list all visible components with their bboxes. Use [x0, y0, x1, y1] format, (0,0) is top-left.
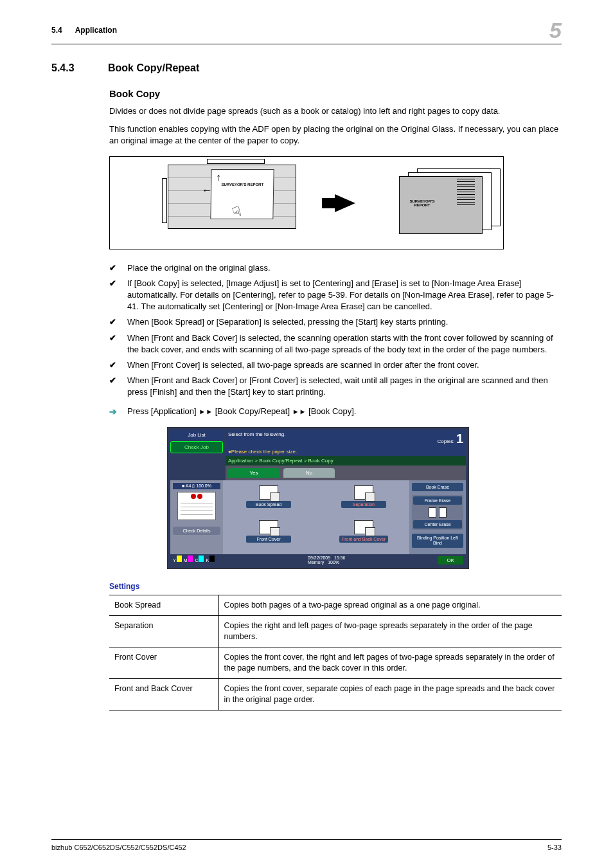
toner-levels: Y M C K — [173, 556, 215, 565]
setting-desc: Copies the front cover, the right and le… — [218, 647, 562, 679]
procedure-step: Press [Application] ►► [Book Copy/Repeat… — [109, 406, 562, 417]
table-row: Separation Copies the right and left pag… — [109, 616, 562, 647]
setting-name: Book Spread — [109, 595, 218, 616]
tab-no[interactable]: No — [283, 468, 335, 478]
toner-m-label: M — [184, 558, 188, 565]
arrow-up-icon: ↑ — [216, 172, 221, 183]
book-spread-icon — [259, 485, 278, 500]
book-erase-button[interactable]: Book Erase — [412, 483, 463, 491]
scanner-illustration: SURVEYOR'S REPORT ↑ ← ☟ — [168, 165, 309, 242]
footer-model: bizhub C652/C652DS/C552/C552DS/C452 — [51, 844, 186, 851]
note-item: When [Book Spread] or [Separation] is se… — [109, 316, 562, 328]
option-book-spread[interactable]: Book Spread — [226, 485, 312, 515]
front-cover-icon — [259, 520, 278, 534]
option-label: Book Spread — [246, 501, 291, 508]
instruction-text: Select from the following. — [228, 431, 285, 446]
toner-y-label: Y — [173, 558, 176, 565]
toner-k-label: K — [206, 558, 209, 565]
arrow-left-icon: ← — [202, 185, 212, 196]
option-label: Separation — [341, 501, 386, 508]
section-number: 5.4.3 — [51, 62, 90, 74]
frame-erase-button[interactable]: Frame Erase — [413, 496, 462, 505]
triangle-right-icon: ►► — [199, 408, 213, 415]
section-title: Book Copy/Repeat — [108, 62, 199, 74]
device-screenshot: Job List Check Job Select from the follo… — [167, 427, 469, 570]
header-left: 5.4 Application — [51, 26, 117, 35]
setting-desc: Copies the right and left pages of two-p… — [218, 616, 562, 647]
job-list-tab[interactable]: Job List — [170, 430, 223, 440]
note-item: If [Book Copy] is selected, [Image Adjus… — [109, 278, 562, 313]
setting-name: Front and Back Cover — [109, 678, 218, 710]
note-item: When [Front and Back Cover] or [Front Co… — [109, 375, 562, 398]
page-header: 5.4 Application 5 — [51, 26, 562, 44]
option-separation[interactable]: Separation — [321, 485, 407, 515]
header-section-num: 5.4 — [51, 26, 62, 35]
step-text-1: Press [Application] — [127, 406, 199, 416]
output-label: SURVEYOR'S REPORT — [403, 199, 441, 208]
settings-table: Book Spread Copies both pages of a two-p… — [109, 595, 562, 710]
preview-thumbnail — [177, 492, 216, 520]
settings-heading: Settings — [109, 582, 562, 591]
option-front-cover[interactable]: Front Cover — [226, 520, 312, 550]
paper-size-badge: ■ A4 ▯ 100.0% — [173, 483, 220, 489]
toner-c-label: C — [195, 558, 198, 565]
page-footer: bizhub C652/C652DS/C552/C552DS/C452 5-33 — [51, 839, 562, 851]
status-datetime: 09/22/2009 15:56 Memory 100% — [308, 556, 345, 565]
section-heading: 5.4.3 Book Copy/Repeat — [51, 62, 562, 74]
setting-desc: Copies the front cover, separate copies … — [218, 678, 562, 710]
frame-erase-group: Frame Erase Center Erase — [412, 495, 463, 530]
table-row: Front Cover Copies the front cover, the … — [109, 647, 562, 679]
warning-text: ●Please check the paper size. — [226, 448, 466, 456]
copies-label: Copies: — [438, 439, 455, 444]
header-section-label: Application — [75, 26, 117, 35]
setting-name: Separation — [109, 616, 218, 647]
option-label: Front Cover — [246, 536, 291, 543]
subsection-title: Book Copy — [109, 88, 562, 99]
paragraph-2: This function enables copying with the A… — [109, 123, 562, 147]
option-front-back-cover[interactable]: Front and Back Cover — [321, 520, 407, 550]
binding-position-button[interactable]: Binding Position Left Bind — [412, 534, 463, 548]
note-item: When [Front Cover] is selected, all two-… — [109, 359, 562, 371]
center-erase-button[interactable]: Center Erase — [413, 520, 462, 529]
separation-icon — [354, 485, 373, 500]
paragraph-1: Divides or does not divide page spreads … — [109, 105, 562, 117]
chapter-number: 5 — [549, 19, 562, 41]
setting-name: Front Cover — [109, 647, 218, 679]
table-row: Front and Back Cover Copies the front co… — [109, 678, 562, 710]
setting-desc: Copies both pages of a two-page spread o… — [218, 595, 562, 616]
step-text-2: [Book Copy/Repeat] — [213, 406, 292, 416]
check-job-button[interactable]: Check Job — [170, 441, 223, 453]
illustration-box: SURVEYOR'S REPORT ↑ ← ☟ SURVEYOR'S REPOR… — [109, 156, 504, 249]
check-details-button[interactable]: Check Details — [173, 527, 220, 535]
ok-button[interactable]: OK — [438, 556, 463, 565]
process-arrow-icon — [335, 194, 355, 212]
front-back-cover-icon — [354, 520, 373, 534]
tab-yes[interactable]: Yes — [228, 468, 280, 478]
copies-value: 1 — [456, 431, 463, 446]
breadcrumb: Application > Book Copy/Repeat > Book Co… — [226, 456, 466, 466]
note-item: When [Front and Back Cover] is selected,… — [109, 332, 562, 356]
triangle-right-icon: ►► — [292, 408, 306, 415]
option-label: Front and Back Cover — [339, 536, 388, 543]
notes-list: Place the original on the original glass… — [109, 262, 562, 399]
note-item: Place the original on the original glass… — [109, 262, 562, 274]
step-text-3: [Book Copy]. — [306, 406, 356, 416]
footer-page: 5-33 — [547, 844, 562, 851]
table-row: Book Spread Copies both pages of a two-p… — [109, 595, 562, 616]
